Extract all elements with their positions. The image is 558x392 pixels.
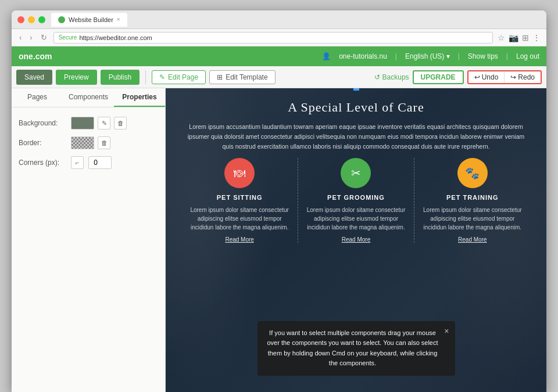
language-selector[interactable]: English (US) ▾ xyxy=(405,52,450,60)
pet-training-icon: 🐾 xyxy=(457,158,488,188)
tab-pages[interactable]: Pages xyxy=(12,88,63,107)
border-control: 🗑 xyxy=(71,136,110,149)
divider-2: | xyxy=(458,52,460,60)
backups-label: Backups xyxy=(382,73,409,81)
corners-input[interactable] xyxy=(88,156,112,169)
site-body-text: Lorem ipsum accusantium laudantium towra… xyxy=(188,122,525,151)
backups-button[interactable]: ↺ Backups xyxy=(374,73,409,81)
service-pet-training: 🐾 PET TRAINING Lorem ipsum dolor sitame … xyxy=(414,158,530,243)
pet-training-read-more[interactable]: Read More xyxy=(420,236,524,243)
preview-button[interactable]: Preview xyxy=(56,70,97,85)
redo-label: Redo xyxy=(518,73,535,81)
logo: one.com xyxy=(19,52,52,61)
toolbar-right: ↺ Backups UPGRADE ↩ Undo ↪ Redo xyxy=(374,70,542,84)
undo-icon: ↩ xyxy=(474,73,480,81)
secure-badge: Secure xyxy=(59,34,77,41)
browser-window: Website Builder × ‹ › ↻ Secure https://w… xyxy=(12,10,546,392)
menu-icon[interactable]: ⋮ xyxy=(532,33,541,42)
backups-icon: ↺ xyxy=(374,73,380,81)
browser-actions: ☆ 📷 ⊞ ⋮ xyxy=(498,33,541,42)
corners-label: Corners (px): xyxy=(19,159,71,167)
minimize-window-button[interactable] xyxy=(28,16,35,23)
corners-icon-button[interactable]: ⌐ xyxy=(71,156,84,169)
close-window-button[interactable] xyxy=(17,16,24,23)
site-content: A Special Level of Care Lorem ipsum accu… xyxy=(166,88,546,392)
edit-page-icon: ✎ xyxy=(159,73,165,81)
undo-label: Undo xyxy=(482,73,499,81)
border-edit-button[interactable]: 🗑 xyxy=(98,136,110,149)
pet-sitting-read-more[interactable]: Read More xyxy=(188,236,292,243)
tab-bar: Website Builder × xyxy=(51,13,541,27)
toolbar: Saved Preview Publish ✎ Edit Page ⊞ Edit… xyxy=(12,66,546,88)
selection-indicator xyxy=(353,88,359,91)
border-color-swatch[interactable] xyxy=(71,136,94,149)
back-button[interactable]: ‹ xyxy=(17,33,23,42)
pet-sitting-desc: Lorem ipsum dolor sitame consectetur adi… xyxy=(188,206,292,232)
show-tips-link[interactable]: Show tips xyxy=(468,52,498,60)
background-edit-button[interactable]: ✎ xyxy=(98,117,110,130)
background-label: Background: xyxy=(19,119,71,127)
toolbar-separator xyxy=(145,70,146,84)
redo-button[interactable]: ↪ Redo xyxy=(505,71,541,83)
pet-grooming-icon: ✂ xyxy=(341,158,371,188)
pet-training-desc: Lorem ipsum dolor sitame consectetur adi… xyxy=(420,206,524,232)
tab-properties[interactable]: Properties xyxy=(114,88,165,107)
upgrade-button[interactable]: UPGRADE xyxy=(413,70,464,84)
left-panel: Pages Components Properties Background: … xyxy=(12,88,166,392)
tooltip-popup: × If you want to select multiple compone… xyxy=(257,321,455,376)
background-delete-button[interactable]: 🗑 xyxy=(114,117,127,130)
tab-components[interactable]: Components xyxy=(63,88,114,107)
undo-button[interactable]: ↩ Undo xyxy=(468,71,505,83)
url-text: https://webeditor.one.com xyxy=(79,34,152,41)
tab-title: Website Builder xyxy=(69,16,113,23)
border-label: Border: xyxy=(19,139,71,147)
saved-button[interactable]: Saved xyxy=(16,70,52,85)
browser-titlebar: Website Builder × xyxy=(12,10,546,29)
extensions-icon[interactable]: ⊞ xyxy=(522,33,529,42)
edit-template-icon: ⊞ xyxy=(217,73,223,81)
forward-button[interactable]: › xyxy=(28,33,34,42)
edit-page-button[interactable]: ✎ Edit Page xyxy=(152,70,206,84)
traffic-lights xyxy=(17,16,45,23)
pet-sitting-title: PET SITTING xyxy=(188,194,292,201)
canvas-area[interactable]: A Special Level of Care Lorem ipsum accu… xyxy=(166,88,546,392)
bookmark-icon[interactable]: ☆ xyxy=(498,33,505,42)
edit-template-button[interactable]: ⊞ Edit Template xyxy=(209,70,276,84)
edit-page-label: Edit Page xyxy=(168,73,198,81)
redo-icon: ↪ xyxy=(510,73,516,81)
pet-grooming-title: PET GROOMING xyxy=(304,194,408,201)
topbar-right: 👤 one-tutorials.nu | English (US) ▾ | Sh… xyxy=(322,52,539,60)
address-field[interactable]: Secure https://webeditor.one.com xyxy=(53,32,493,44)
main-content: Pages Components Properties Background: … xyxy=(12,88,546,392)
user-icon: 👤 xyxy=(322,52,331,60)
tab-favicon xyxy=(58,16,65,23)
tooltip-text: If you want to select multiple component… xyxy=(267,329,438,367)
refresh-button[interactable]: ↻ xyxy=(39,33,49,42)
panel-body: Background: ✎ 🗑 Border: 🗑 xyxy=(12,107,165,185)
tooltip-close-button[interactable]: × xyxy=(444,325,449,337)
tab-close-button[interactable]: × xyxy=(117,16,120,23)
divider-1: | xyxy=(395,52,397,60)
pet-grooming-read-more[interactable]: Read More xyxy=(304,236,408,243)
background-color-swatch[interactable] xyxy=(71,117,94,130)
corners-control: ⌐ xyxy=(71,156,112,169)
app-topbar: one.com 👤 one-tutorials.nu | English (US… xyxy=(12,46,546,66)
camera-icon[interactable]: 📷 xyxy=(509,33,518,42)
border-property-row: Border: 🗑 xyxy=(19,136,158,149)
pet-training-title: PET TRAINING xyxy=(420,194,524,201)
site-heading: A Special Level of Care xyxy=(188,100,525,115)
edit-template-label: Edit Template xyxy=(226,73,268,81)
service-pet-sitting: 🍽 PET SITTING Lorem ipsum dolor sitame c… xyxy=(182,158,298,243)
username: one-tutorials.nu xyxy=(339,52,387,60)
publish-button[interactable]: Publish xyxy=(101,70,140,85)
divider-3: | xyxy=(506,52,508,60)
undo-redo-group: ↩ Undo ↪ Redo xyxy=(467,70,542,84)
pet-sitting-icon: 🍽 xyxy=(224,158,255,188)
logout-link[interactable]: Log out xyxy=(516,52,539,60)
services-row: 🍽 PET SITTING Lorem ipsum dolor sitame c… xyxy=(182,158,531,243)
browser-tab[interactable]: Website Builder × xyxy=(51,13,127,27)
maximize-window-button[interactable] xyxy=(38,16,45,23)
corners-property-row: Corners (px): ⌐ xyxy=(19,156,158,169)
panel-tabs: Pages Components Properties xyxy=(12,88,165,107)
address-bar: ‹ › ↻ Secure https://webeditor.one.com ☆… xyxy=(12,29,546,46)
